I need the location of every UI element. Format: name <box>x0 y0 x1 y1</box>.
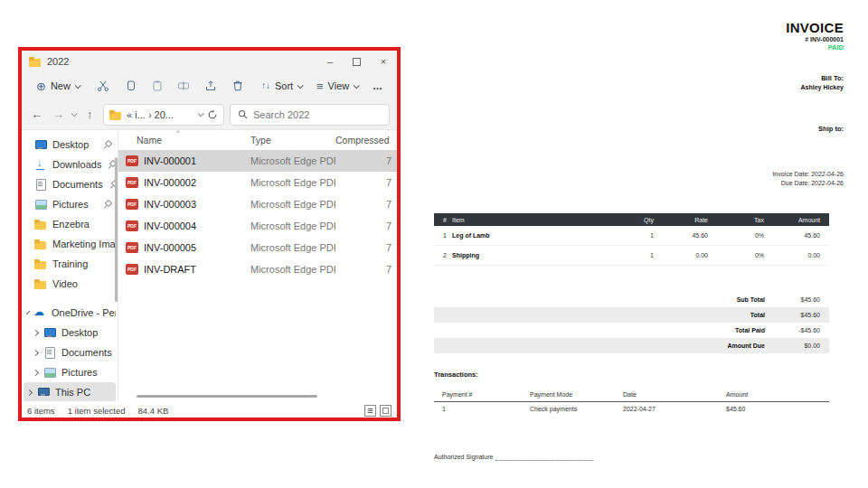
invoice-number: # INV-000001 <box>786 36 844 42</box>
horizontal-scrollbar[interactable] <box>137 395 317 398</box>
sidebar-quick-item[interactable]: Pictures <box>24 194 116 214</box>
forward-button[interactable]: → <box>51 108 67 121</box>
thumbnail-view-toggle[interactable] <box>380 405 392 417</box>
column-header-type[interactable]: Type <box>250 135 335 145</box>
pin-icon <box>102 201 110 209</box>
file-row[interactable]: PDF INV-000005 Microsoft Edge PDF ... 7 <box>118 237 397 258</box>
view-button[interactable]: ≡ View <box>311 77 363 96</box>
transactions-section: Transactions: Payment #Payment ModeDateA… <box>434 371 829 412</box>
chevron-right-icon[interactable] <box>33 369 39 375</box>
file-row[interactable]: PDF INV-DRAFT Microsoft Edge PDF ... 7 <box>118 258 397 280</box>
column-header-compressed[interactable]: Compressed <box>335 135 397 145</box>
rename-button[interactable] <box>172 76 195 96</box>
navigation-pane: Desktop Downloads Documents Pictures <box>22 130 118 401</box>
transactions-column-header: Payment Mode <box>530 391 623 398</box>
sidebar-tree-item[interactable]: This PC <box>24 382 116 401</box>
close-button[interactable]: × <box>377 56 390 67</box>
delete-button[interactable] <box>226 76 250 96</box>
authorized-signature: Authorized Signature ___________________… <box>434 454 594 460</box>
pdf-file-icon: PDF <box>126 221 138 231</box>
up-button[interactable]: ↑ <box>81 108 98 121</box>
file-name: INV-000003 <box>144 199 196 210</box>
sort-button[interactable]: ↑↓ Sort <box>256 77 307 95</box>
file-type: Microsoft Edge PDF ... <box>250 199 335 210</box>
bill-to-label: Bill To: <box>801 74 844 83</box>
total-row: Total Paid -$45.60 <box>434 323 829 338</box>
ellipsis-icon: … <box>373 80 382 91</box>
back-button[interactable]: ← <box>29 108 45 121</box>
paste-icon <box>151 80 164 92</box>
column-header-name[interactable]: Name <box>118 135 250 145</box>
total-row: Sub Total $45.60 <box>434 292 829 307</box>
invoice-dates: Invoice Date: 2022-04-26 Due Date: 2022-… <box>772 170 844 188</box>
totals-section: Sub Total $45.60 Total $45.60 Total Paid… <box>434 292 829 353</box>
pdf-file-icon: PDF <box>126 155 138 166</box>
search-box[interactable] <box>230 104 390 126</box>
file-compressed-size: 7 <box>335 199 397 210</box>
sidebar-tree-item[interactable]: Desktop <box>24 323 116 343</box>
copy-button[interactable] <box>118 76 142 96</box>
file-row[interactable]: PDF INV-000004 Microsoft Edge PDF ... 7 <box>118 215 397 237</box>
sidebar-quick-item[interactable]: Downloads <box>24 155 116 174</box>
cut-button[interactable] <box>91 76 115 96</box>
line-item-row: 2 Shipping 1 0.00 0% 0.00 <box>434 246 829 266</box>
trash-icon <box>231 80 244 92</box>
chevron-right-icon[interactable] <box>33 349 39 355</box>
sidebar-quick-item[interactable]: Marketing Ima <box>24 234 116 254</box>
pdf-file-icon: PDF <box>126 199 138 210</box>
sidebar-quick-item[interactable]: Training <box>24 254 116 274</box>
refresh-icon[interactable] <box>207 109 218 120</box>
bill-to-name: Ashley Hickey <box>801 83 844 92</box>
file-compressed-size: 7 <box>335 155 397 166</box>
transactions-column-header: Amount <box>726 391 829 398</box>
new-button[interactable]: ⊕ New <box>31 77 85 96</box>
onedrive-icon <box>33 307 46 318</box>
item-count: 6 items <box>27 406 55 416</box>
chevron-down-icon <box>354 82 360 89</box>
file-type: Microsoft Edge PDF ... <box>250 242 335 253</box>
sidebar-tree-item[interactable]: Pictures <box>24 362 116 382</box>
more-options-button[interactable]: … <box>367 77 388 95</box>
pdf-file-icon: PDF <box>126 242 138 253</box>
file-row[interactable]: PDF INV-000002 Microsoft Edge PDF ... 7 <box>118 172 397 193</box>
maximize-button[interactable] <box>353 58 361 66</box>
pictures-icon <box>43 367 56 378</box>
sidebar-quick-item[interactable]: Documents <box>24 174 116 194</box>
breadcrumb[interactable]: « i... › 20... <box>127 109 193 120</box>
file-type: Microsoft Edge PDF ... <box>250 177 335 188</box>
share-button[interactable] <box>199 76 222 96</box>
total-row: Amount Due $0.00 <box>434 338 829 353</box>
sidebar-scrollbar[interactable] <box>115 157 118 302</box>
chevron-down-icon[interactable] <box>26 310 30 314</box>
history-chevron-icon[interactable] <box>71 110 78 117</box>
file-type: Microsoft Edge PDF ... <box>250 221 335 231</box>
line-item-row: 1 Leg of Lamb 1 45.60 0% 45.60 <box>434 226 829 246</box>
pdf-file-icon: PDF <box>126 177 138 188</box>
sidebar-item-icon <box>34 199 47 210</box>
sidebar-tree-item[interactable]: Documents <box>24 343 116 362</box>
scissors-icon <box>97 80 109 92</box>
address-chevron-icon[interactable] <box>198 110 204 117</box>
file-list: PDF INV-000001 Microsoft Edge PDF ... 7 … <box>118 150 397 280</box>
file-row[interactable]: PDF INV-000001 Microsoft Edge PDF ... 7 <box>118 150 397 172</box>
due-date: Due Date: 2022-04-26 <box>772 179 844 188</box>
search-input[interactable] <box>253 109 382 120</box>
paste-button[interactable] <box>146 76 169 96</box>
sidebar-quick-item[interactable]: Desktop <box>24 135 116 155</box>
invoice-document: INVOICE # INV-000001 PAID Bill To: Ashle… <box>434 18 844 481</box>
minimize-button[interactable]: – <box>324 56 336 67</box>
sidebar-tree-item[interactable]: OneDrive - Pers <box>24 303 116 323</box>
file-compressed-size: 7 <box>335 242 397 253</box>
chevron-right-icon[interactable] <box>26 389 33 395</box>
title-bar[interactable]: 2022 – × <box>22 51 397 72</box>
sidebar-quick-item[interactable]: Video <box>24 274 116 294</box>
screen: 2022 – × ⊕ New <box>0 0 868 488</box>
sidebar-item-icon <box>34 258 47 269</box>
file-row[interactable]: PDF INV-000003 Microsoft Edge PDF ... 7 <box>118 193 397 215</box>
details-view-toggle[interactable]: ≡ <box>364 405 376 417</box>
address-bar[interactable]: « i... › 20... <box>103 104 224 126</box>
file-type: Microsoft Edge PDF ... <box>250 264 335 275</box>
sidebar-quick-item[interactable]: Enzebra <box>24 214 116 234</box>
chevron-right-icon[interactable] <box>33 329 39 335</box>
folder-icon <box>109 109 122 120</box>
